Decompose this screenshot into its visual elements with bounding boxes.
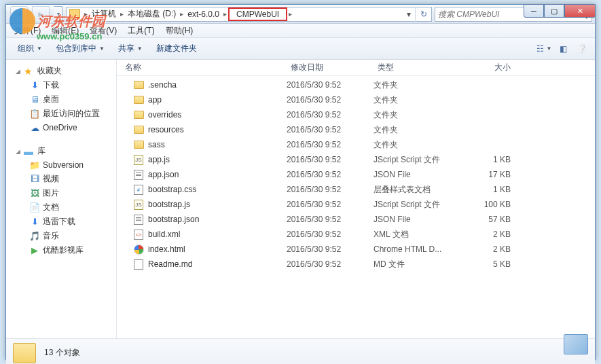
address-bar[interactable]: ▸ 计算机 ▸ 本地磁盘 (D:) ▸ ext-6.0.0 ▸ CMPWebUI…: [66, 7, 432, 22]
sidebar-item-library[interactable]: 🖼图片: [6, 186, 116, 200]
file-row[interactable]: sass2016/5/30 9:52文件夹: [117, 137, 595, 152]
file-date: 2016/5/30 9:52: [287, 200, 374, 209]
nav-history-dropdown[interactable]: ▾: [54, 6, 63, 22]
file-name: Readme.md: [148, 259, 192, 269]
menu-bar: 文件(F) 编辑(E) 查看(V) 工具(T) 帮助(H): [6, 24, 595, 38]
help-button[interactable]: ❔: [575, 41, 589, 56]
file-row[interactable]: .sencha2016/5/30 9:52文件夹: [117, 77, 595, 92]
file-size: 5 KB: [460, 259, 515, 269]
file-row[interactable]: JSapp.js2016/5/30 9:52JScript Script 文件1…: [117, 152, 595, 167]
collapse-icon: ◢: [16, 68, 22, 75]
file-type-icon: #: [133, 184, 144, 195]
file-type: 文件夹: [374, 79, 460, 91]
file-type: JScript Script 文件: [374, 199, 460, 211]
close-button[interactable]: ✕: [564, 4, 596, 18]
file-name: .sencha: [148, 80, 177, 90]
sidebar-item-library[interactable]: 🎵音乐: [6, 229, 116, 243]
file-row[interactable]: JSbootstrap.js2016/5/30 9:52JScript Scri…: [117, 197, 595, 212]
file-date: 2016/5/30 9:52: [287, 230, 374, 239]
menu-tools[interactable]: 工具(T): [122, 24, 160, 38]
file-type-icon: [133, 244, 144, 255]
file-size: 57 KB: [460, 215, 515, 224]
sidebar-item-favorite[interactable]: 🖥桌面: [6, 92, 116, 107]
sidebar-item-icon: 📁: [29, 160, 40, 170]
refresh-button[interactable]: ↻: [415, 7, 431, 22]
help-icon: ❔: [577, 44, 587, 54]
sidebar-item-favorite[interactable]: ☁OneDrive: [6, 121, 116, 134]
breadcrumb-folder-1[interactable]: ext-6.0.0: [185, 7, 222, 21]
new-folder-button[interactable]: 新建文件夹: [150, 40, 203, 57]
sidebar-item-library[interactable]: ⬇迅雷下载: [6, 215, 116, 229]
file-type: 文件夹: [374, 109, 460, 121]
sidebar-item-library[interactable]: 🎞视频: [6, 172, 116, 186]
organize-button[interactable]: 组织▼: [12, 40, 48, 57]
file-name: bootstrap.js: [148, 200, 190, 209]
sidebar-item-label: 桌面: [43, 94, 59, 105]
sidebar-libraries-group: ◢ ▬ 库 📁Subversion🎞视频🖼图片📄文档⬇迅雷下载🎵音乐▶优酷影视库: [6, 144, 116, 257]
sidebar-favorites-header[interactable]: ◢ ★ 收藏夹: [6, 64, 116, 78]
menu-view[interactable]: 查看(V): [84, 24, 122, 38]
view-options-button[interactable]: ☷▼: [536, 41, 551, 56]
column-date[interactable]: 修改日期: [287, 60, 374, 75]
file-row[interactable]: app.json2016/5/30 9:52JSON File17 KB: [117, 167, 595, 182]
column-type[interactable]: 类型: [374, 60, 460, 75]
file-row[interactable]: Readme.md2016/5/30 9:52MD 文件5 KB: [117, 257, 595, 272]
file-name: app: [148, 95, 162, 105]
include-library-button[interactable]: 包含到库中▼: [50, 40, 111, 57]
nav-back-button[interactable]: ◄: [10, 6, 28, 22]
sidebar-item-library[interactable]: 📁Subversion: [6, 158, 116, 172]
chevron-right-icon[interactable]: ▸: [179, 10, 185, 18]
sidebar-libraries-header[interactable]: ◢ ▬ 库: [6, 144, 116, 158]
column-size[interactable]: 大小: [460, 60, 515, 75]
sidebar-item-icon: ⬇: [29, 80, 40, 91]
menu-help[interactable]: 帮助(H): [160, 24, 199, 38]
file-type-icon: [133, 94, 144, 105]
minimize-button[interactable]: ─: [524, 4, 544, 18]
preview-pane-button[interactable]: ◧: [556, 41, 570, 56]
folder-icon: [69, 9, 80, 20]
chevron-down-icon: ▼: [547, 46, 552, 52]
breadcrumb-current[interactable]: CMPWebUI: [228, 7, 287, 21]
file-row[interactable]: overrides2016/5/30 9:52文件夹: [117, 107, 595, 122]
file-row[interactable]: bootstrap.json2016/5/30 9:52JSON File57 …: [117, 212, 595, 227]
file-type-icon: [133, 169, 144, 180]
menu-edit[interactable]: 编辑(E): [46, 24, 84, 38]
chevron-right-icon[interactable]: ▸: [83, 10, 89, 18]
file-date: 2016/5/30 9:52: [287, 140, 374, 149]
file-row[interactable]: app2016/5/30 9:52文件夹: [117, 92, 595, 107]
toolbar: 组织▼ 包含到库中▼ 共享▼ 新建文件夹 ☷▼ ◧ ❔: [6, 38, 595, 60]
chevron-right-icon[interactable]: ▸: [119, 10, 125, 18]
chevron-right-icon[interactable]: ▸: [222, 10, 228, 18]
refresh-icon: ↻: [420, 10, 427, 19]
sidebar-item-favorite[interactable]: ⬇下载: [6, 78, 116, 92]
breadcrumb-drive[interactable]: 本地磁盘 (D:): [125, 7, 179, 21]
file-size: 17 KB: [460, 170, 515, 179]
file-row[interactable]: index.html2016/5/30 9:52Chrome HTML D...…: [117, 242, 595, 257]
sidebar-item-label: 迅雷下载: [43, 216, 75, 228]
address-dropdown[interactable]: ▾: [403, 10, 415, 19]
file-type: XML 文档: [374, 229, 460, 240]
file-row[interactable]: resources2016/5/30 9:52文件夹: [117, 122, 595, 137]
sidebar-item-favorite[interactable]: 📋最近访问的位置: [6, 107, 116, 121]
file-name: app.json: [148, 170, 179, 179]
breadcrumb-computer[interactable]: 计算机: [89, 7, 119, 21]
sidebar-item-library[interactable]: 📄文档: [6, 200, 116, 215]
preview-icon: ◧: [560, 44, 567, 54]
nav-forward-button[interactable]: ►: [32, 6, 50, 22]
maximize-button[interactable]: ▢: [544, 4, 564, 18]
menu-file[interactable]: 文件(F): [9, 24, 46, 38]
share-button[interactable]: 共享▼: [112, 40, 149, 57]
chevron-right-icon[interactable]: ▸: [287, 10, 293, 18]
sidebar-item-label: 下载: [43, 79, 59, 91]
column-name[interactable]: 名称: [117, 60, 287, 75]
sidebar-item-icon: 🎵: [29, 231, 40, 242]
file-type-icon: <>: [133, 229, 144, 240]
file-row[interactable]: #bootstrap.css2016/5/30 9:52层叠样式表文档1 KB: [117, 182, 595, 197]
file-row[interactable]: <>build.xml2016/5/30 9:52XML 文档2 KB: [117, 227, 595, 242]
folder-icon: [13, 343, 36, 363]
file-name: bootstrap.json: [148, 215, 199, 224]
arrow-left-icon: ◄: [15, 10, 23, 19]
file-type-icon: [133, 109, 144, 120]
file-date: 2016/5/30 9:52: [287, 259, 374, 269]
sidebar-item-library[interactable]: ▶优酷影视库: [6, 243, 116, 257]
